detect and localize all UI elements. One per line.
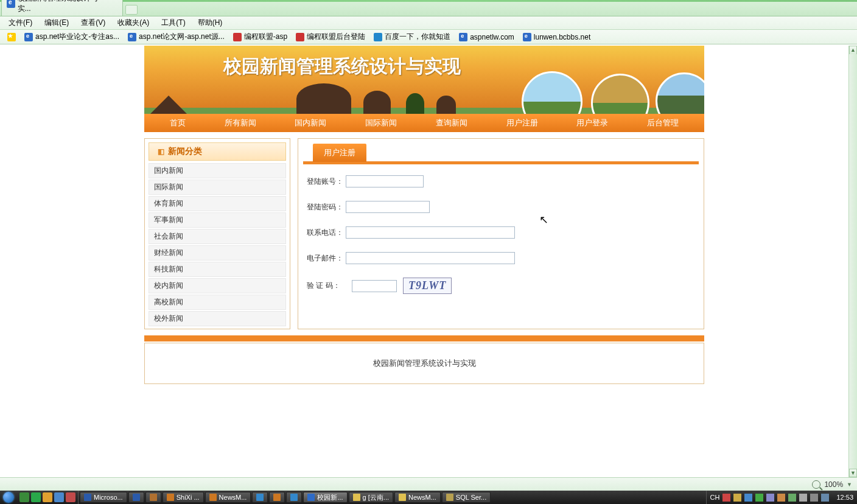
bookmark-label: 编程联盟后台登陆 <box>307 32 365 42</box>
menu-favorites[interactable]: 收藏夹(A) <box>113 16 154 29</box>
page-footer: 校园新闻管理系统设计与实现 <box>144 343 704 384</box>
menu-tools[interactable]: 工具(T) <box>156 16 190 29</box>
menu-view[interactable]: 查看(V) <box>76 16 110 29</box>
bookmark-item[interactable]: asp.net毕业论文-专注as... <box>21 30 123 43</box>
tray-icon[interactable] <box>744 494 752 502</box>
quick-icon[interactable] <box>54 492 64 502</box>
taskbar-app-button[interactable] <box>269 492 285 503</box>
nav-link[interactable]: 后台管理 <box>636 114 690 132</box>
captcha-input[interactable] <box>352 280 397 292</box>
taskbar-app-button[interactable] <box>252 492 268 503</box>
taskbar-app-button[interactable]: NewsM... <box>394 492 441 503</box>
windows-taskbar: Microso...ShiXi ...NewsM...校园新...g [云南..… <box>0 491 857 504</box>
nav-link[interactable]: 首页 <box>159 114 197 132</box>
sidebar-item[interactable]: 体育新闻 <box>149 196 286 211</box>
app-icon <box>353 494 360 501</box>
taskbar-app-button[interactable]: ShiXi ... <box>163 492 204 503</box>
zoom-level: 100% <box>824 480 843 489</box>
nav-link[interactable]: 用户登录 <box>565 114 619 132</box>
taskbar-app-button[interactable]: NewsM... <box>205 492 251 503</box>
tray-icon[interactable] <box>766 494 774 502</box>
tray-icon[interactable] <box>777 494 785 502</box>
quick-icon[interactable] <box>19 492 29 502</box>
start-button[interactable] <box>0 491 17 504</box>
sidebar-item[interactable]: 校外新闻 <box>149 311 286 326</box>
tab-close-icon[interactable]: ✕ <box>113 0 119 2</box>
site-banner: 校园新闻管理系统设计与实现 <box>144 46 704 114</box>
quick-icon[interactable] <box>66 492 75 502</box>
bookmark-icon <box>523 33 531 41</box>
menu-file[interactable]: 文件(F) <box>4 16 37 29</box>
captcha-image[interactable]: T9LWT <box>403 278 452 294</box>
tray-icon[interactable] <box>733 494 741 502</box>
tray-icon[interactable] <box>799 494 807 502</box>
sidebar-item[interactable]: 科技新闻 <box>149 262 286 277</box>
bookmark-label: 编程联盟-asp <box>244 32 287 42</box>
account-input[interactable] <box>346 175 424 187</box>
taskbar-app-label: g [云南... <box>363 493 389 502</box>
taskbar-app-button[interactable]: 校园新... <box>303 492 347 503</box>
bookmark-item[interactable]: asp.net论文网-asp.net源... <box>124 30 228 43</box>
menu-edit[interactable]: 编辑(E) <box>40 16 74 29</box>
sidebar-item[interactable]: 国内新闻 <box>149 163 286 178</box>
scroll-up-icon[interactable]: ▲ <box>849 46 857 54</box>
zoom-dropdown-icon[interactable]: ▼ <box>847 481 852 488</box>
taskbar-app-button[interactable] <box>145 492 161 503</box>
sidebar: 新闻分类 国内新闻国际新闻体育新闻军事新闻社会新闻财经新闻科技新闻校内新闻高校新… <box>144 138 290 329</box>
taskbar-app-button[interactable]: SQL Ser... <box>442 492 491 503</box>
nav-link[interactable]: 所有新闻 <box>214 114 267 132</box>
volume-icon[interactable] <box>810 494 818 502</box>
ie-favicon <box>7 0 15 8</box>
bookmark-item[interactable]: aspnetlw.com <box>455 32 518 43</box>
quick-icon[interactable] <box>31 492 41 502</box>
bookmark-icon <box>24 33 33 41</box>
nav-link[interactable]: 国际新闻 <box>354 114 408 132</box>
language-indicator[interactable]: CH <box>710 494 720 501</box>
nav-link[interactable]: 查询新闻 <box>425 114 478 132</box>
bookmark-label: asp.net论文网-asp.net源... <box>139 32 225 42</box>
taskbar-clock[interactable]: 12:53 <box>833 494 857 501</box>
taskbar-app-button[interactable]: g [云南... <box>349 492 393 503</box>
bookmark-item[interactable]: 编程联盟-asp <box>229 30 291 43</box>
nav-link[interactable]: 用户注册 <box>495 114 549 132</box>
phone-input[interactable] <box>346 226 515 239</box>
zoom-icon[interactable] <box>812 480 820 489</box>
captcha-label: 验 证 码： <box>307 281 346 291</box>
sidebar-title: 新闻分类 <box>149 142 286 161</box>
phone-label: 联系电话： <box>307 228 346 238</box>
taskbar-app-button[interactable]: Microso... <box>80 492 127 503</box>
scroll-down-icon[interactable]: ▼ <box>849 469 857 477</box>
new-tab-button[interactable] <box>125 5 138 15</box>
tray-icon[interactable] <box>755 494 763 502</box>
sidebar-item[interactable]: 国际新闻 <box>149 180 286 195</box>
menu-help[interactable]: 帮助(H) <box>193 16 228 29</box>
sidebar-item[interactable]: 校内新闻 <box>149 278 286 293</box>
sidebar-item[interactable]: 财经新闻 <box>149 245 286 261</box>
app-icon <box>167 494 174 501</box>
vertical-scrollbar[interactable]: ▲ ▼ <box>848 46 857 477</box>
bookmark-item[interactable]: 百度一下，你就知道 <box>370 30 454 43</box>
bookmark-item[interactable] <box>4 32 19 43</box>
bookmark-item[interactable]: lunwen.bcbbs.net <box>519 32 594 43</box>
password-input[interactable] <box>346 201 430 213</box>
tray-icon[interactable] <box>722 494 730 502</box>
banner-title: 校园新闻管理系统设计与实现 <box>223 54 461 79</box>
sidebar-item[interactable]: 军事新闻 <box>149 212 286 228</box>
sidebar-item[interactable]: 高校新闻 <box>149 295 286 310</box>
bookmark-item[interactable]: 编程联盟后台登陆 <box>292 30 369 43</box>
bookmark-icon <box>374 33 382 41</box>
system-tray: CH <box>706 491 833 504</box>
taskbar-app-button[interactable] <box>286 492 302 503</box>
network-icon[interactable] <box>821 494 829 502</box>
email-input[interactable] <box>346 252 515 264</box>
bookmark-label: lunwen.bcbbs.net <box>534 33 590 41</box>
app-icon <box>290 494 298 501</box>
bookmark-label: asp.net毕业论文-专注as... <box>35 32 119 42</box>
tray-icon[interactable] <box>788 494 796 502</box>
quick-icon[interactable] <box>43 492 52 502</box>
sidebar-item[interactable]: 社会新闻 <box>149 229 286 244</box>
nav-link[interactable]: 国内新闻 <box>284 114 337 132</box>
browser-tab-active[interactable]: 校园新闻管理系统设计与实... ✕ <box>1 0 123 16</box>
taskbar-app-button[interactable] <box>128 492 144 503</box>
bookmark-bar: asp.net毕业论文-专注as...asp.net论文网-asp.net源..… <box>0 30 857 44</box>
